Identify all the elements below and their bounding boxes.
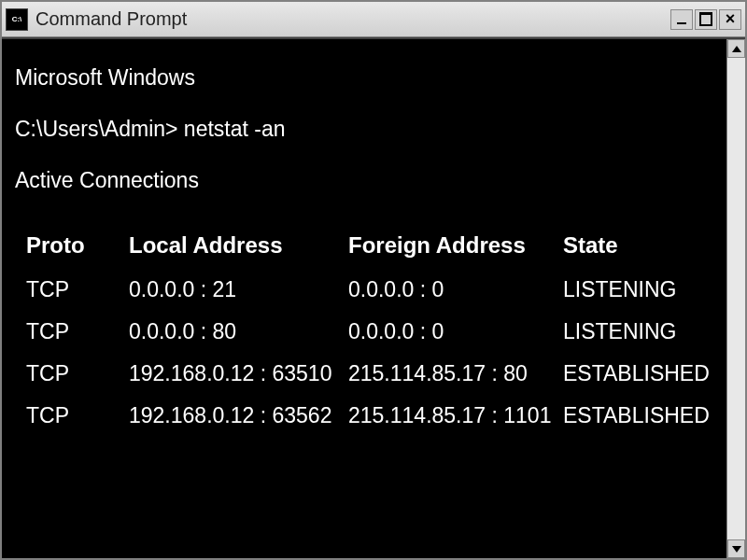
cell-state: LISTENING: [563, 319, 713, 344]
header-local: Local Address: [129, 232, 348, 259]
cell-foreign: 0.0.0.0 : 0: [348, 319, 563, 344]
connections-table: Proto Local Address Foreign Address Stat…: [15, 219, 713, 428]
cell-state: ESTABLISHED: [563, 403, 713, 428]
cmd-icon: C:\: [6, 8, 28, 31]
minimize-button[interactable]: [670, 9, 693, 30]
scroll-down-arrow[interactable]: [727, 539, 745, 558]
cell-proto: TCP: [26, 403, 129, 428]
cell-local: 0.0.0.0 : 80: [129, 319, 348, 344]
cell-local: 0.0.0.0 : 21: [129, 277, 348, 302]
table-row: TCP 192.168.0.12 : 63562 215.114.85.17 :…: [26, 403, 713, 428]
prompt-path: C:\Users\Admin>: [15, 117, 177, 141]
title-bar[interactable]: C:\ Command Prompt ×: [2, 2, 745, 37]
section-title: Active Connections: [15, 168, 713, 193]
cell-state: LISTENING: [563, 277, 713, 302]
table-row: TCP 0.0.0.0 : 80 0.0.0.0 : 0 LISTENING: [26, 319, 713, 344]
cell-foreign: 215.114.85.17 : 80: [348, 361, 563, 386]
terminal-wrapper: Microsoft Windows C:\Users\Admin> netsta…: [2, 37, 745, 558]
terminal-output[interactable]: Microsoft Windows C:\Users\Admin> netsta…: [2, 39, 726, 558]
header-foreign: Foreign Address: [348, 232, 563, 259]
cell-local: 192.168.0.12 : 63562: [129, 403, 348, 428]
command-prompt-window: C:\ Command Prompt × Microsoft Windows C…: [0, 0, 747, 560]
table-row: TCP 192.168.0.12 : 63510 215.114.85.17 :…: [26, 361, 713, 386]
window-controls: ×: [670, 9, 741, 30]
header-state: State: [563, 232, 713, 259]
cell-foreign: 0.0.0.0 : 0: [348, 277, 563, 302]
table-header: Proto Local Address Foreign Address Stat…: [26, 232, 713, 259]
cell-proto: TCP: [26, 277, 129, 302]
command-text: netstat -an: [184, 117, 286, 141]
cell-state: ESTABLISHED: [563, 361, 713, 386]
cell-local: 192.168.0.12 : 63510: [129, 361, 348, 386]
table-row: TCP 0.0.0.0 : 21 0.0.0.0 : 0 LISTENING: [26, 277, 713, 302]
scroll-up-arrow[interactable]: [727, 39, 745, 58]
window-title: Command Prompt: [35, 8, 670, 30]
scroll-track[interactable]: [727, 58, 745, 539]
close-button[interactable]: ×: [719, 9, 741, 30]
cell-proto: TCP: [26, 319, 129, 344]
scrollbar[interactable]: [726, 39, 745, 558]
cell-proto: TCP: [26, 361, 129, 386]
header-proto: Proto: [26, 232, 129, 259]
maximize-button[interactable]: [695, 9, 717, 30]
cell-foreign: 215.114.85.17 : 1101: [348, 403, 563, 428]
os-line: Microsoft Windows: [15, 65, 713, 91]
prompt-line: C:\Users\Admin> netstat -an: [15, 117, 713, 142]
